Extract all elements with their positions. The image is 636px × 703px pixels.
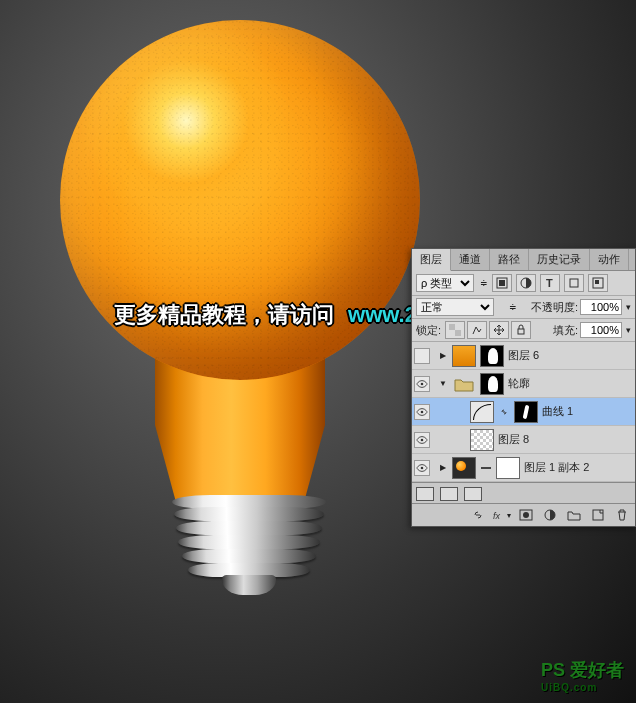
lock-pixels-icon[interactable] [467,321,487,339]
blend-chevron-icon: ≑ [509,302,517,312]
canvas: 更多精品教程，请访问 www.240PS.com PS 爱好者 UiBQ.com… [0,0,636,703]
lock-transparent-icon[interactable] [445,321,465,339]
link-icon [498,407,510,417]
new-layer-icon[interactable] [589,507,607,523]
filter-pixel-icon[interactable] [492,274,512,292]
palette-swatch[interactable] [464,487,482,501]
layer-row[interactable]: ▶图层 6 [412,342,635,370]
svg-rect-4 [570,279,578,287]
palette-swatch[interactable] [416,487,434,501]
layer-thumbnail[interactable] [470,429,494,451]
opacity-input[interactable] [580,299,622,315]
svg-rect-1 [499,280,505,286]
blend-opacity-row: 正常 ≑ 不透明度: ▾ [412,296,635,319]
svg-rect-6 [595,280,599,284]
link-dash-icon [480,467,492,469]
bulb-screw-base [178,495,320,595]
layer-name[interactable]: 图层 6 [508,348,539,363]
tab-actions[interactable]: 动作 [590,249,629,270]
lock-fill-row: 锁定: 填充: ▾ [412,319,635,342]
layer-mask-thumbnail[interactable] [514,401,538,423]
opacity-label: 不透明度: [531,300,578,315]
filter-smart-icon[interactable] [588,274,608,292]
fill-input[interactable] [580,322,622,338]
watermark-label: 更多精品教程，请访问 [114,302,334,327]
layer-row[interactable]: 图层 8 [412,426,635,454]
svg-text:T: T [546,277,553,289]
layer-filter-row: ρ 类型 ≑ T [412,271,635,296]
palette-swatch[interactable] [440,487,458,501]
watermark-logo: PS 爱好者 [541,660,624,680]
watermark-bottom: PS 爱好者 UiBQ.com [541,658,624,693]
filter-type-select[interactable]: ρ 类型 [416,274,474,292]
trash-icon[interactable] [613,507,631,523]
panel-palette-row [412,482,635,503]
svg-rect-7 [449,324,455,330]
visibility-toggle[interactable] [414,460,430,476]
layer-name[interactable]: 图层 8 [498,432,529,447]
adjustment-icon[interactable] [541,507,559,523]
layer-name[interactable]: 轮廓 [508,376,530,391]
lock-label: 锁定: [416,323,441,338]
fill-label: 填充: [553,323,578,338]
opacity-chevron-icon[interactable]: ▾ [626,302,631,312]
filter-text-icon[interactable]: T [540,274,560,292]
lock-all-icon[interactable] [511,321,531,339]
layer-thumbnail[interactable] [452,345,476,367]
layer-thumbnail[interactable] [452,373,476,395]
tab-paths[interactable]: 路径 [490,249,529,270]
tab-layers[interactable]: 图层 [412,249,451,271]
svg-rect-8 [455,330,461,336]
layer-row[interactable]: ▶图层 1 副本 2 [412,454,635,482]
svg-rect-18 [593,510,603,520]
visibility-toggle[interactable] [414,432,430,448]
filter-shape-icon[interactable] [564,274,584,292]
svg-point-11 [421,410,424,413]
blend-mode-select[interactable]: 正常 [416,298,494,316]
layer-row[interactable]: 曲线 1 [412,398,635,426]
tab-channels[interactable]: 通道 [451,249,490,270]
layer-row[interactable]: ▼轮廓 [412,370,635,398]
lock-position-icon[interactable] [489,321,509,339]
visibility-toggle[interactable] [414,404,430,420]
expand-arrow-icon [456,407,466,417]
svg-point-10 [421,382,424,385]
layer-mask-thumbnail[interactable] [496,457,520,479]
filter-adjust-icon[interactable] [516,274,536,292]
link-layers-icon[interactable] [469,507,487,523]
visibility-toggle[interactable] [414,348,430,364]
filter-chevron-icon: ≑ [480,278,488,288]
watermark-suburl: UiBQ.com [541,682,624,693]
layer-mask-thumbnail[interactable] [480,345,504,367]
layer-name[interactable]: 图层 1 副本 2 [524,460,589,475]
visibility-toggle[interactable] [414,376,430,392]
svg-rect-9 [518,329,524,334]
layer-thumbnail[interactable] [452,457,476,479]
mask-icon[interactable] [517,507,535,523]
layers-list: ▶图层 6▼轮廓曲线 1图层 8▶图层 1 副本 2 [412,342,635,482]
expand-arrow-icon[interactable]: ▼ [438,379,448,389]
layers-panel-footer: fx▾ [412,503,635,526]
expand-arrow-icon[interactable]: ▶ [438,463,448,473]
layers-panel: 图层 通道 路径 历史记录 动作 ρ 类型 ≑ T 正常 ≑ 不透明度: [411,248,636,527]
fx-icon[interactable]: fx▾ [493,507,511,523]
panel-tabs: 图层 通道 路径 历史记录 动作 [412,249,635,271]
expand-arrow-icon [456,435,466,445]
expand-arrow-icon[interactable]: ▶ [438,351,448,361]
svg-point-16 [523,512,529,518]
layer-name[interactable]: 曲线 1 [542,404,573,419]
layer-thumbnail[interactable] [470,401,494,423]
tab-history[interactable]: 历史记录 [529,249,590,270]
svg-point-13 [421,466,424,469]
svg-text:fx: fx [493,511,501,521]
layer-mask-thumbnail[interactable] [480,373,504,395]
bulb-glass [60,20,420,500]
group-icon[interactable] [565,507,583,523]
svg-point-12 [421,438,424,441]
fill-chevron-icon[interactable]: ▾ [626,325,631,335]
